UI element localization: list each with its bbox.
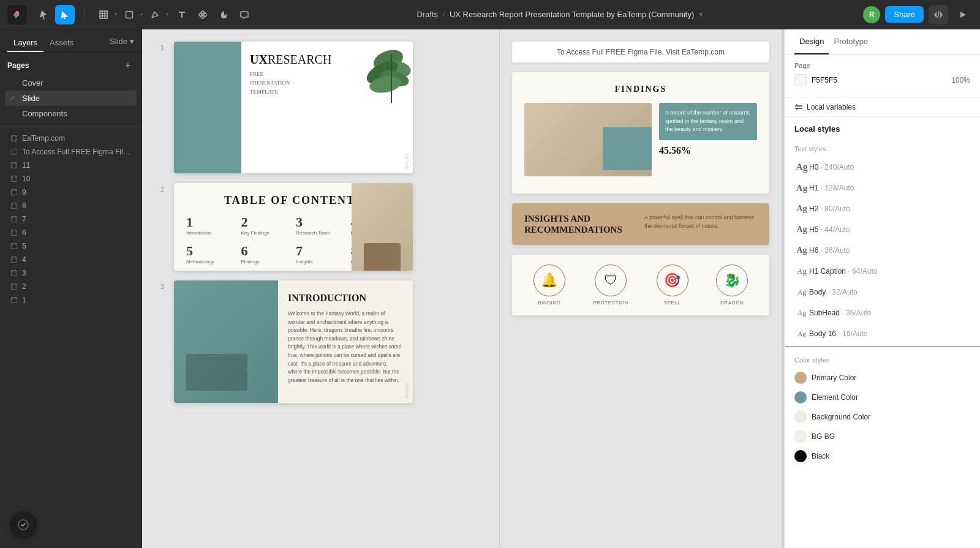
slide-1[interactable]: UXRESEARCH FREEPRESENTATIONTEMPLATE [174,42,413,173]
page-item-slide[interactable]: ✓ Slide [5,91,137,106]
topbar-right: R Share [863,5,973,24]
text-style-label-h1caption: H1 Caption · 64/Auto [809,267,970,276]
move-tool[interactable] [34,5,54,24]
color-style-primary[interactable]: Primary Color [785,368,980,388]
color-style-bgbg[interactable]: BG BG [785,427,980,446]
canvas-scroll[interactable]: 1 UXRESEARCH FREEPRESENTATIONTEMPLATE [142,29,499,548]
text-style-h6[interactable]: Ag H6 · 36/Auto [785,240,980,261]
layer-item-5[interactable]: 5 [5,239,137,253]
layer-item-1[interactable]: 1 [5,293,137,307]
text-style-label-h0: H0 · 240/Auto [809,163,970,171]
text-style-body16[interactable]: Ag Body 16 · 16/Auto [785,323,980,344]
element-color-label: Element Color [812,393,858,402]
svg-rect-88 [796,109,797,110]
text-style-icon-h5: Ag [794,222,809,237]
findings-image [524,103,652,176]
divider-1 [85,7,85,22]
breadcrumb[interactable]: Drafts / UX Research Report Presentation… [417,10,703,19]
text-style-h1[interactable]: Ag H1 · 128/Auto [785,178,980,198]
present-button[interactable] [953,5,973,24]
comment-tool[interactable] [235,5,254,24]
local-variables-button[interactable]: Local variables [785,98,980,117]
preview-icons-slide[interactable]: 🔔 BINDING 🛡 PROTECTION 🎯 SPELL 🐉 DRAGON [512,255,769,315]
color-styles-label: Color styles [794,356,829,364]
binding-label: BINDING [538,300,560,306]
hand-tool[interactable] [214,5,233,24]
preview-banner: To Access Full FREE Figma File, Visit Ea… [512,42,769,62]
slide-row-2: 2 TABLE OF CONTENTS 1Introduction 2Key F… [160,183,487,271]
color-style-black[interactable]: Black [785,446,980,466]
preview-insights-slide[interactable]: INSIGHTS AND RECOMMENDATIONS A powerful … [512,203,769,245]
component-tool[interactable] [193,5,213,24]
dragon-icon-circle: 🐉 [716,265,748,296]
main-menu-button[interactable] [7,5,27,24]
text-style-body[interactable]: Ag Body · 32/Auto [785,282,980,302]
text-tool[interactable] [172,5,192,24]
layer-item-2[interactable]: 2 [5,280,137,293]
preview-findings-slide[interactable]: FINDINGS A record of the number of unico… [512,72,769,193]
shape-tool[interactable]: ▾ [121,5,145,24]
slide-2[interactable]: TABLE OF CONTENTS 1Introduction 2Key Fin… [174,183,413,271]
local-styles-header: Local styles [785,117,980,136]
text-style-label-h5: H5 · 44/Auto [809,225,970,234]
slide-3-content: INTRODUCTION Welcome to the Fantasy Worl… [278,280,413,403]
text-style-label-subhead: SubHead · 36/Auto [809,309,970,317]
dropdown-arrow[interactable]: ▾ [699,10,703,19]
text-style-h2[interactable]: Ag H2 · 80/Auto [785,198,980,219]
code-view-button[interactable] [929,5,948,24]
color-style-element[interactable]: Element Color [785,388,980,407]
color-style-background[interactable]: Background Color [785,407,980,427]
layer-item-eatempcom[interactable]: EaTemp.com [5,132,137,145]
page-item-cover[interactable]: Cover [5,75,137,91]
slide-1-sidebar [174,42,241,173]
page-item-components[interactable]: Components [5,106,137,121]
layer-item-6[interactable]: 6 [5,226,137,239]
layer-name-11: 3 [22,269,26,277]
svg-rect-85 [795,105,802,107]
text-style-h0[interactable]: Ag H0 · 240/Auto [785,157,980,178]
svg-rect-49 [12,230,17,236]
text-style-h1caption[interactable]: Ag H1 Caption · 64/Auto [785,261,980,282]
frame-icon-11 [10,269,18,277]
layer-item-11[interactable]: 11 [5,159,137,172]
slide-3[interactable]: INTRODUCTION Welcome to the Fantasy Worl… [174,280,413,403]
toc-3: 3Research Team [296,214,346,236]
slide-row-1: 1 UXRESEARCH FREEPRESENTATIONTEMPLATE [160,42,487,173]
select-tool[interactable] [55,5,75,24]
color-styles-section: Color styles Primary Color Element Color… [785,350,980,466]
drafts-link[interactable]: Drafts [417,10,438,19]
share-button[interactable]: Share [885,6,924,23]
frame-tool[interactable]: ▾ [95,5,119,24]
canvas[interactable]: 1 UXRESEARCH FREEPRESENTATIONTEMPLATE [142,29,782,548]
layer-item-3[interactable]: 3 [5,266,137,280]
layer-item-10[interactable]: 10 [5,172,137,186]
findings-sidebar: A record of the number of unicorns spott… [659,103,757,181]
tab-layers[interactable]: Layers [7,34,43,52]
slide-selector[interactable]: Slide ▾ [110,37,134,50]
layer-item-8[interactable]: 8 [5,199,137,212]
svg-rect-74 [12,298,17,303]
layer-item-toaccess[interactable]: To Access Full FREE Figma File, Vi... [5,145,137,159]
breadcrumb-separator: / [443,10,445,19]
svg-rect-69 [12,284,17,290]
text-styles-label: Text styles [794,145,826,152]
tab-design[interactable]: Design [794,29,829,54]
page-color-swatch[interactable] [794,74,807,86]
plugin-button[interactable] [10,511,37,538]
tab-assets[interactable]: Assets [43,34,80,52]
toc-2: 2Key Findings [241,214,292,236]
protection-label: PROTECTION [593,300,628,306]
layer-item-4[interactable]: 4 [5,253,137,266]
layer-item-9[interactable]: 9 [5,186,137,199]
add-page-button[interactable]: + [122,59,134,72]
page-opacity-value: 100% [951,76,970,84]
black-color-swatch [794,450,807,462]
layer-item-7[interactable]: 7 [5,212,137,226]
avatar[interactable]: R [863,6,880,23]
text-style-h5[interactable]: Ag H5 · 44/Auto [785,219,980,240]
pen-tool[interactable]: ▾ [146,5,171,24]
tab-prototype[interactable]: Prototype [829,29,873,54]
file-name[interactable]: UX Research Report Presentation Template… [450,10,694,19]
right-properties-panel: Design Prototype Page F5F5F5 100% Local … [784,29,980,548]
text-style-subhead[interactable]: Ag SubHead · 36/Auto [785,302,980,323]
